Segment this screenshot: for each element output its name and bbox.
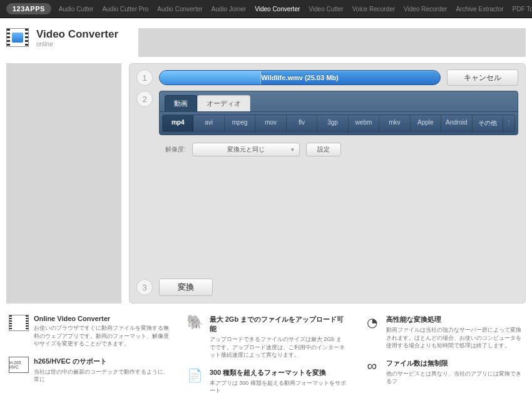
doc-icon: 📄 xyxy=(186,368,205,383)
feature-desc: 動画ファイルは当社の強力なサーバー群によって変換されます。ほとんどの場合、お使い… xyxy=(386,326,523,350)
nav-links: Audio CutterAudio Cutter ProAudio Conver… xyxy=(59,6,532,13)
format-apple[interactable]: Apple xyxy=(411,115,441,131)
nav-audio-joiner[interactable]: Audio Joiner xyxy=(212,6,247,13)
feature-title: Online Video Converter xyxy=(34,315,170,322)
convert-button[interactable]: 変換 xyxy=(159,278,213,296)
cancel-button[interactable]: キャンセル xyxy=(447,69,518,86)
format-その他[interactable]: その他 xyxy=(473,115,503,131)
brand-badge[interactable]: 123APPS xyxy=(6,3,51,14)
nav-audio-converter[interactable]: Audio Converter xyxy=(157,6,202,13)
gauge-icon: ◔ xyxy=(362,315,381,330)
tab-audio[interactable]: オーディオ xyxy=(197,95,250,111)
format-webm[interactable]: webm xyxy=(349,115,379,131)
nav-audio-cutter-pro[interactable]: Audio Cutter Pro xyxy=(102,6,148,13)
header-row: Video Converter online xyxy=(0,18,532,63)
feature-item: ∞ファイル数は無制限他のサービスとは異なり、当社のアプリには変換できるフ xyxy=(362,359,523,385)
step-1-row: 1 Wildlife.wmv (25.03 Mb) キャンセル xyxy=(136,69,518,86)
step-number-3: 3 xyxy=(136,279,153,295)
format-panel: 動画 オーディオ mp4avimpegmovflv3gpwebmmkvApple… xyxy=(159,91,518,135)
elephant-icon: 🐘 xyxy=(186,315,205,330)
format-more-icon[interactable]: ⋮ xyxy=(503,115,514,131)
format-android[interactable]: Android xyxy=(441,115,472,131)
nav-archive-extractor[interactable]: Archive Extractor xyxy=(456,6,503,13)
format-3gp[interactable]: 3gp xyxy=(317,115,348,131)
format-mp4[interactable]: mp4 xyxy=(163,115,193,131)
feature-desc: お使いのブラウザですぐに動画ファイルを変換する無料のウェブアプリです。動画のフォ… xyxy=(34,324,170,348)
nav-video-converter[interactable]: Video Converter xyxy=(255,6,300,13)
feature-title: 300 種類を超えるフォーマットを変換 xyxy=(210,368,347,377)
format-flv[interactable]: flv xyxy=(287,115,317,131)
feature-item: Online Video Converterお使いのブラウザですぐに動画ファイル… xyxy=(9,315,170,348)
hvec-icon: H.265 HVC xyxy=(9,357,29,373)
resolution-label: 解像度: xyxy=(165,145,186,154)
format-avi[interactable]: avi xyxy=(193,115,224,131)
feature-title: h265/HVEC のサポート xyxy=(34,357,170,366)
format-mov[interactable]: mov xyxy=(255,115,286,131)
format-list: mp4avimpegmovflv3gpwebmmkvAppleAndroidその… xyxy=(162,115,515,132)
film-icon xyxy=(9,315,29,331)
resolution-row: 解像度: 変換元と同じ 設定 xyxy=(136,140,518,156)
page-title: Video Converter xyxy=(36,28,118,41)
step-number-2: 2 xyxy=(136,91,153,107)
feature-desc: アップロードできるファイルのサイズは最大 2Gb までです。アップロード速度は、… xyxy=(210,335,347,359)
nav-audio-cutter[interactable]: Audio Cutter xyxy=(59,6,94,13)
nav-pdf-tools[interactable]: PDF Tools xyxy=(513,6,532,13)
app-logo-icon xyxy=(6,28,29,47)
converter-panel: 1 Wildlife.wmv (25.03 Mb) キャンセル 2 動画 オーデ… xyxy=(129,63,526,304)
inf-icon: ∞ xyxy=(362,359,381,374)
format-mkv[interactable]: mkv xyxy=(379,115,410,131)
feature-item: H.265 HVCh265/HVEC のサポート当社は世の中の最新のコーデックで… xyxy=(9,357,170,384)
upload-progress: Wildlife.wmv (25.03 Mb) xyxy=(159,70,441,85)
feature-desc: 本アプリは 300 種類を超える動画フォーマットをサポート xyxy=(210,379,347,393)
step-3-row: 3 変換 xyxy=(136,278,518,296)
feature-desc: 他のサービスとは異なり、当社のアプリには変換できるフ xyxy=(386,370,523,385)
format-mpeg[interactable]: mpeg xyxy=(225,115,255,131)
features-section: Online Video Converterお使いのブラウザですぐに動画ファイル… xyxy=(0,312,532,393)
ad-banner-top xyxy=(138,28,526,57)
ad-banner-side xyxy=(6,63,121,304)
upload-file-label: Wildlife.wmv (25.03 Mb) xyxy=(160,71,440,84)
feature-desc: 当社は世の中の最新のコーデックで動作するように、常に xyxy=(34,368,170,384)
feature-item: 🐘最大 2Gb までのファイルをアップロード可能アップロードできるファイルのサイ… xyxy=(186,315,347,359)
top-navbar: 123APPS Audio CutterAudio Cutter ProAudi… xyxy=(0,0,532,18)
resolution-dropdown[interactable]: 変換元と同じ xyxy=(192,143,300,156)
nav-voice-recorder[interactable]: Voice Recorder xyxy=(352,6,395,13)
settings-button[interactable]: 設定 xyxy=(306,143,341,156)
page-subtitle: online xyxy=(36,41,118,48)
step-number-1: 1 xyxy=(136,69,153,86)
feature-title: 高性能な変換処理 xyxy=(386,315,523,324)
tab-video[interactable]: 動画 xyxy=(165,95,197,111)
step-2-row: 2 動画 オーディオ mp4avimpegmovflv3gpwebmmkvApp… xyxy=(136,91,518,135)
nav-video-cutter[interactable]: Video Cutter xyxy=(309,6,343,13)
feature-item: ◔高性能な変換処理動画ファイルは当社の強力なサーバー群によって変換されます。ほと… xyxy=(362,315,523,350)
feature-title: 最大 2Gb までのファイルをアップロード可能 xyxy=(210,315,347,334)
feature-item: 📄300 種類を超えるフォーマットを変換本アプリは 300 種類を超える動画フォ… xyxy=(186,368,347,393)
nav-video-recorder[interactable]: Video Recorder xyxy=(404,6,447,13)
feature-title: ファイル数は無制限 xyxy=(386,359,523,368)
